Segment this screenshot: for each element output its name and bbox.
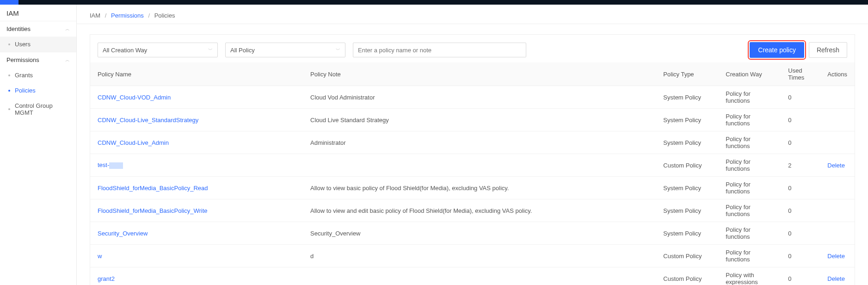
cell-policy-name: FloodShield_forMedia_BasicPolicy_Write (90, 199, 303, 222)
cell-policy-type: System Policy (656, 177, 718, 199)
col-actions: Actions (820, 62, 855, 86)
sidebar-item-grants[interactable]: Grants (0, 68, 76, 83)
bullet-icon (8, 90, 10, 92)
redacted-text (109, 162, 123, 169)
policy-name-link[interactable]: Security_Overview (98, 230, 148, 237)
bullet-icon (8, 74, 10, 76)
cell-used-times: 2 (781, 154, 820, 177)
sidebar-section-label: Permissions (6, 56, 39, 63)
cell-policy-name: test- (90, 154, 303, 177)
chevron-up-icon: ︿ (65, 26, 70, 32)
table-row: CDNW_Cloud-VOD_AdminCloud Vod Administra… (90, 86, 855, 109)
cell-policy-note: Cloud Vod Administrator (303, 86, 656, 109)
cell-policy-note (303, 267, 656, 285)
policies-table: Policy Name Policy Note Policy Type Crea… (90, 62, 855, 285)
bullet-icon (8, 108, 10, 110)
cell-creation-way: Policy for functions (718, 131, 781, 154)
chevron-down-icon: ﹀ (208, 47, 213, 53)
search-input[interactable] (353, 43, 526, 57)
policy-name-link[interactable]: CDNW_Cloud-VOD_Admin (98, 94, 171, 101)
create-policy-button[interactable]: Create policy (750, 42, 804, 58)
table-row: test-Custom PolicyPolicy for functions2D… (90, 154, 855, 177)
cell-policy-type: System Policy (656, 86, 718, 109)
breadcrumb-root: IAM (90, 12, 100, 19)
policy-filter-value: All Policy (230, 47, 255, 54)
sidebar-item-label: Control Group MGMT (15, 102, 70, 116)
chevron-down-icon: ﹀ (336, 47, 340, 53)
policy-name-link[interactable]: CDNW_Cloud-Live_StandardStrategy (98, 117, 198, 124)
policy-name-link[interactable]: FloodShield_forMedia_BasicPolicy_Read (98, 185, 208, 192)
cell-used-times: 0 (781, 199, 820, 222)
cell-actions (820, 86, 855, 109)
cell-used-times: 0 (781, 267, 820, 285)
table-row: grant2Custom PolicyPolicy with expressio… (90, 267, 855, 285)
toolbar: All Creation Way ﹀ All Policy ﹀ Create p… (90, 35, 855, 62)
policy-name-link[interactable]: w (98, 253, 102, 260)
cell-policy-note: Allow to view basic policy of Flood Shie… (303, 177, 656, 199)
sidebar-item-policies[interactable]: Policies (0, 83, 76, 98)
cell-actions: Delete (820, 267, 855, 285)
col-used-times: Used Times (781, 62, 820, 86)
policy-name-link[interactable]: grant2 (98, 275, 115, 282)
cell-creation-way: Policy for functions (718, 177, 781, 199)
cell-policy-type: Custom Policy (656, 245, 718, 267)
table-row: CDNW_Cloud-Live_AdminAdministratorSystem… (90, 131, 855, 154)
sidebar-section-permissions[interactable]: Permissions ︿ (0, 52, 76, 68)
sidebar-item-label: Users (15, 41, 31, 48)
table-row: wdCustom PolicyPolicy for functions0Dele… (90, 245, 855, 267)
breadcrumb-link-permissions[interactable]: Permissions (111, 12, 144, 19)
cell-policy-type: System Policy (656, 199, 718, 222)
delete-link[interactable]: Delete (827, 253, 845, 260)
cell-policy-note (303, 154, 656, 177)
table-row: FloodShield_forMedia_BasicPolicy_ReadAll… (90, 177, 855, 199)
cell-actions (820, 131, 855, 154)
sidebar-item-users[interactable]: Users (0, 37, 76, 52)
cell-actions: Delete (820, 245, 855, 267)
delete-link[interactable]: Delete (827, 162, 845, 169)
cell-policy-type: System Policy (656, 131, 718, 154)
cell-policy-type: Custom Policy (656, 267, 718, 285)
sidebar-item-control-group[interactable]: Control Group MGMT (0, 98, 76, 120)
breadcrumb-sep: / (105, 12, 107, 19)
breadcrumb: IAM / Permissions / Policies (77, 5, 868, 24)
breadcrumb-current: Policies (154, 12, 175, 19)
cell-policy-note: d (303, 245, 656, 267)
cell-policy-note: Allow to view and edit basic policy of F… (303, 199, 656, 222)
cell-actions (820, 222, 855, 245)
table-row: Security_OverviewSecurity_OverviewSystem… (90, 222, 855, 245)
sidebar: IAM Identities ︿ Users Permissions ︿ Gra… (0, 5, 77, 285)
cell-policy-name: CDNW_Cloud-VOD_Admin (90, 86, 303, 109)
policy-name-link[interactable]: FloodShield_forMedia_BasicPolicy_Write (98, 207, 208, 214)
cell-creation-way: Policy for functions (718, 245, 781, 267)
cell-policy-name: CDNW_Cloud-Live_Admin (90, 131, 303, 154)
policy-filter-select[interactable]: All Policy ﹀ (225, 43, 345, 57)
delete-link[interactable]: Delete (827, 275, 845, 282)
cell-creation-way: Policy for functions (718, 222, 781, 245)
creation-way-value: All Creation Way (103, 47, 147, 54)
cell-policy-note: Security_Overview (303, 222, 656, 245)
policy-name-link[interactable]: CDNW_Cloud-Live_Admin (98, 139, 169, 146)
cell-policy-name: Security_Overview (90, 222, 303, 245)
refresh-button[interactable]: Refresh (809, 42, 847, 58)
cell-creation-way: Policy for functions (718, 86, 781, 109)
cell-used-times: 0 (781, 245, 820, 267)
col-creation-way: Creation Way (718, 62, 781, 86)
cell-used-times: 0 (781, 109, 820, 131)
cell-used-times: 0 (781, 86, 820, 109)
cell-creation-way: Policy for functions (718, 109, 781, 131)
cell-policy-note: Administrator (303, 131, 656, 154)
cell-actions (820, 177, 855, 199)
cell-creation-way: Policy for functions (718, 199, 781, 222)
sidebar-item-label: Grants (15, 72, 33, 79)
cell-policy-note: Cloud Live Standard Strategy (303, 109, 656, 131)
topbar (0, 0, 868, 5)
cell-creation-way: Policy with expressions (718, 267, 781, 285)
sidebar-item-label: Policies (15, 87, 36, 94)
cell-used-times: 0 (781, 222, 820, 245)
sidebar-title: IAM (0, 5, 76, 21)
sidebar-section-identities[interactable]: Identities ︿ (0, 21, 76, 37)
cell-policy-type: System Policy (656, 109, 718, 131)
creation-way-select[interactable]: All Creation Way ﹀ (98, 43, 218, 57)
policy-name-link[interactable]: test- (98, 161, 123, 168)
policies-panel: All Creation Way ﹀ All Policy ﹀ Create p… (90, 34, 855, 285)
